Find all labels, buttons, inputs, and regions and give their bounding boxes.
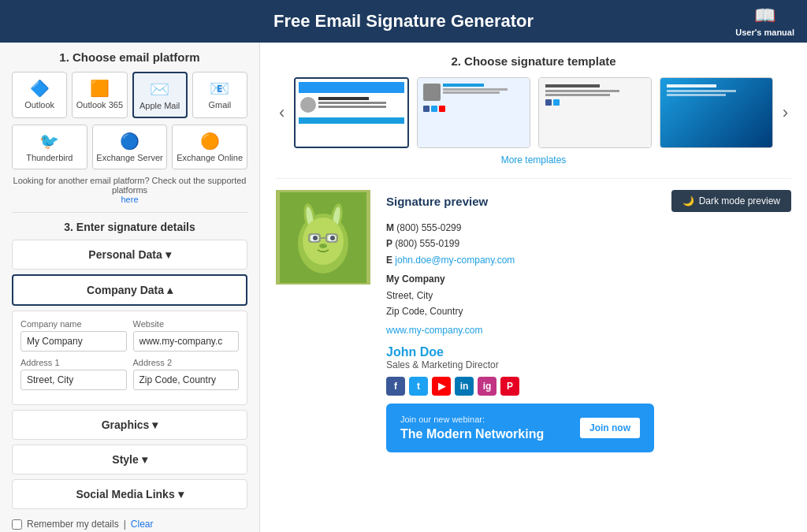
page-title: Free Email Signature Generator: [273, 11, 534, 31]
template-section-title: 2. Choose signature template: [276, 54, 791, 68]
dark-mode-button[interactable]: 🌙 Dark mode preview: [671, 190, 791, 212]
carousel-next[interactable]: ›: [779, 102, 791, 123]
template-carousel: ‹: [276, 77, 791, 148]
signature-preview-header: Signature preview 🌙 Dark mode preview: [386, 190, 791, 212]
style-accordion[interactable]: Style ▾: [12, 445, 247, 474]
signature-details-title: 3. Enter signature details: [12, 221, 247, 233]
svg-point-11: [319, 244, 327, 248]
exchange-icon: 🔵: [96, 132, 164, 151]
sig-email-link[interactable]: john.doe@my-company.com: [395, 255, 515, 266]
remember-row: Remember my details | Clear: [12, 514, 247, 532]
signature-banner: Join our new webinar: The Modern Network…: [386, 404, 654, 452]
template-card-3[interactable]: [538, 77, 652, 148]
thunderbird-icon: 🐦: [16, 132, 84, 151]
personal-data-accordion[interactable]: Personal Data ▾: [12, 240, 247, 270]
right-panel: 2. Choose signature template ‹: [260, 43, 807, 532]
platform-outlook[interactable]: 🔷 Outlook: [12, 72, 67, 118]
signature-content: Signature preview 🌙 Dark mode preview M …: [386, 190, 791, 452]
template-card-1[interactable]: [294, 77, 409, 148]
other-platform-text: Looking for another email platform? Chec…: [12, 176, 247, 204]
carousel-prev[interactable]: ‹: [276, 102, 288, 123]
left-panel: 1. Choose email platform 🔷 Outlook 🟧 Out…: [0, 43, 260, 532]
manual-icon: 📖: [735, 6, 794, 26]
social-youtube[interactable]: ▶: [432, 377, 451, 396]
clear-link[interactable]: Clear: [131, 519, 154, 530]
svg-rect-12: [309, 234, 320, 242]
template-card-2[interactable]: [417, 77, 530, 148]
template-card-4[interactable]: [660, 77, 773, 148]
address2-group: Address 2: [133, 358, 240, 390]
page-header: Free Email Signature Generator 📖 User's …: [0, 0, 807, 43]
applemail-icon: ✉️: [137, 80, 183, 99]
sig-role: Sales & Marketing Director: [386, 359, 791, 370]
company-data-fields: Company name Website Address 1 Address 2: [12, 311, 247, 405]
outlook365-icon: 🟧: [76, 79, 123, 98]
address2-label: Address 2: [133, 358, 240, 367]
platform-exchange[interactable]: 🔵 Exchange Server: [92, 125, 168, 169]
social-icons-row: f t ▶ in ig P: [386, 377, 791, 396]
platform-gmail[interactable]: 📧 Gmail: [192, 72, 247, 118]
platform-thunderbird[interactable]: 🐦 Thunderbird: [12, 125, 87, 169]
company-name-input[interactable]: [20, 331, 127, 352]
gmail-icon: 📧: [196, 79, 244, 98]
remember-checkbox[interactable]: [12, 519, 22, 530]
other-platform-link[interactable]: here: [121, 195, 138, 204]
address1-label: Address 1: [20, 358, 127, 367]
social-media-accordion[interactable]: Social Media Links ▾: [12, 479, 247, 509]
exchangeonline-icon: 🟠: [176, 132, 244, 151]
social-instagram[interactable]: ig: [478, 377, 496, 396]
social-pinterest[interactable]: P: [500, 377, 519, 396]
platform-outlook365[interactable]: 🟧 Outlook 365: [72, 72, 127, 118]
social-twitter[interactable]: t: [409, 377, 428, 396]
signature-preview-title: Signature preview: [386, 195, 488, 208]
platform-applemail[interactable]: ✉️ Apple Mail: [132, 72, 188, 118]
website-label: Website: [133, 319, 240, 329]
platform-exchangeonline[interactable]: 🟠 Exchange Online: [172, 125, 247, 169]
social-facebook[interactable]: f: [386, 377, 405, 396]
graphics-accordion[interactable]: Graphics ▾: [12, 410, 247, 440]
address1-group: Address 1: [20, 358, 127, 390]
platform-grid-row2: 🐦 Thunderbird 🔵 Exchange Server 🟠 Exchan…: [12, 125, 247, 169]
sig-name: John Doe: [386, 345, 791, 359]
signature-preview-section: Signature preview 🌙 Dark mode preview M …: [276, 178, 791, 452]
company-name-group: Company name: [20, 319, 127, 352]
platform-grid-row1: 🔷 Outlook 🟧 Outlook 365 ✉️ Apple Mail 📧 …: [12, 72, 247, 118]
signature-contact-details: M (800) 555-0299 P (800) 555-0199 E john…: [386, 220, 791, 339]
platform-section-title: 1. Choose email platform: [12, 50, 247, 64]
user-manual-button[interactable]: 📖 User's manual: [735, 6, 794, 37]
address2-input[interactable]: [133, 370, 240, 390]
more-templates-link[interactable]: More templates: [276, 154, 791, 166]
banner-text: Join our new webinar: The Modern Network…: [400, 415, 544, 441]
address1-input[interactable]: [20, 370, 127, 390]
website-group: Website: [133, 319, 240, 352]
templates-wrapper: [294, 77, 772, 148]
join-webinar-button[interactable]: Join now: [580, 418, 640, 438]
website-input[interactable]: [133, 331, 240, 352]
moon-icon: 🌙: [682, 195, 694, 206]
sig-website-link[interactable]: www.my-company.com: [386, 325, 482, 336]
company-name-label: Company name: [20, 319, 127, 329]
signature-photo: [276, 190, 370, 285]
outlook-icon: 🔷: [16, 79, 63, 98]
company-data-accordion[interactable]: Company Data ▴: [12, 274, 247, 306]
social-linkedin[interactable]: in: [455, 377, 474, 396]
svg-rect-13: [326, 234, 337, 242]
